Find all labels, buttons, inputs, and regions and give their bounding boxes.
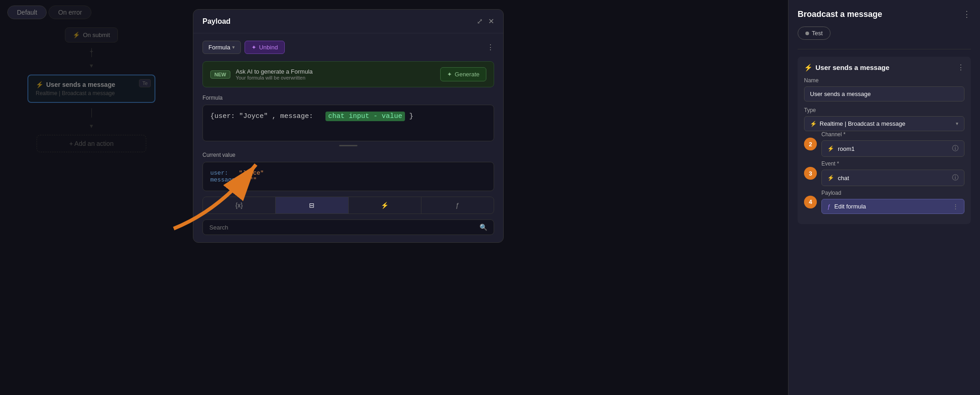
formula-suffix: }	[409, 112, 413, 120]
toolbar-database[interactable]: ⊟	[276, 197, 348, 214]
event-input[interactable]: ⚡ chat ⓘ	[821, 170, 964, 186]
search-input[interactable]	[209, 224, 476, 231]
event-row: 3 Event * ⚡ chat ⓘ	[804, 160, 964, 186]
type-select[interactable]: ⚡ Realtime | Broadcast a message ▾	[804, 116, 964, 131]
payload-menu-icon[interactable]: ⋮	[953, 203, 959, 210]
divider	[798, 49, 971, 49]
formula-dropdown[interactable]: Formula ▾	[202, 41, 241, 54]
unbind-sparkle-icon: ✦	[251, 44, 256, 51]
generate-label: Generate	[455, 71, 479, 78]
payload-label: Payload	[821, 190, 964, 196]
event-label: Event *	[821, 160, 964, 167]
formula-dropdown-label: Formula	[208, 44, 230, 51]
type-value: Realtime | Broadcast a message	[820, 120, 956, 127]
channel-input[interactable]: ⚡ room1 ⓘ	[821, 140, 964, 157]
sidebar-title: Broadcast a message	[798, 10, 882, 19]
payload-row: 4 Payload ƒ Edit formula ⋮	[804, 190, 964, 214]
ai-banner-left: NEW Ask AI to generate a Formula Your fo…	[210, 68, 313, 80]
ai-banner: NEW Ask AI to generate a Formula Your fo…	[202, 61, 494, 87]
formula-toolbar: Formula ▾ ✦ Unbind ⋮	[202, 41, 494, 54]
event-prefix-icon: ⚡	[827, 175, 834, 181]
name-value: User sends a message	[810, 91, 871, 97]
sparkle-icon: ✦	[447, 71, 452, 78]
test-dot	[805, 32, 809, 35]
formula-prefix: {user: "Joyce" , message:	[210, 112, 313, 120]
name-label: Name	[804, 77, 964, 84]
cv-val-1: "Joyce"	[239, 170, 264, 176]
type-lightning-icon: ⚡	[810, 121, 817, 127]
toolbar-functions[interactable]: ƒ	[421, 197, 494, 214]
cv-val-2: ""	[250, 176, 257, 183]
trigger-section: ⚡ User sends a message ⋮ Name User sends…	[798, 57, 971, 224]
modal-header-actions: ⤢ ✕	[477, 17, 494, 26]
sidebar-menu-icon[interactable]: ⋮	[963, 9, 971, 19]
toolbar-actions[interactable]: ⚡	[349, 197, 421, 214]
trigger-lightning-icon: ⚡	[804, 64, 813, 72]
payload-edit-label: Edit formula	[834, 203, 949, 210]
sidebar-header: Broadcast a message ⋮	[798, 9, 971, 19]
chevron-down-icon: ▾	[232, 44, 235, 50]
modal-header: Payload ⤢ ✕	[193, 10, 503, 33]
step-badge-4: 4	[804, 196, 817, 208]
generate-button[interactable]: ✦ Generate	[440, 67, 486, 81]
ai-title: Ask AI to generate a Formula	[236, 68, 313, 75]
trigger-title-text: User sends a message	[815, 64, 889, 71]
type-label: Type	[804, 107, 964, 113]
event-value: chat	[838, 175, 948, 181]
toolbar-menu-icon[interactable]: ⋮	[487, 43, 494, 52]
current-value-box: user: "Joyce" message: ""	[202, 162, 494, 191]
expand-button[interactable]: ⤢	[477, 17, 483, 26]
payload-edit-button[interactable]: ƒ Edit formula ⋮	[821, 199, 964, 214]
test-button-label: Test	[812, 30, 823, 37]
trigger-title: ⚡ User sends a message	[804, 64, 889, 72]
step-badge-2: 2	[804, 138, 817, 150]
channel-help-icon[interactable]: ⓘ	[952, 144, 959, 153]
event-help-icon[interactable]: ⓘ	[952, 174, 959, 182]
scroll-indicator	[339, 145, 357, 146]
trigger-menu-icon[interactable]: ⋮	[957, 63, 964, 72]
modal-title: Payload	[202, 17, 230, 26]
bottom-toolbar: {x} ⊟ ⚡ ƒ	[202, 197, 494, 214]
formula-space	[317, 112, 321, 120]
toolbar-variables[interactable]: {x}	[203, 197, 276, 214]
formula-editor[interactable]: {user: "Joyce" , message: chat input - v…	[202, 105, 494, 141]
current-value-label: Current value	[202, 152, 494, 158]
payload-modal: Payload ⤢ ✕ Formula ▾ ✦ Unbind	[193, 9, 504, 243]
ai-subtitle: Your formula will be overwritten	[236, 75, 313, 80]
type-chevron-icon: ▾	[956, 121, 959, 127]
canvas-area: Default On error ⚡ On submit + ▼ ⚡ User …	[0, 0, 788, 395]
cv-key-1: user:	[210, 170, 228, 176]
formula-label: Formula	[202, 95, 494, 101]
formula-highlight: chat input - value	[325, 112, 405, 121]
right-sidebar: Broadcast a message ⋮ Test ⚡ User sends …	[788, 0, 980, 395]
payload-func-icon: ƒ	[827, 203, 831, 210]
search-icon: 🔍	[479, 224, 487, 231]
test-button[interactable]: Test	[798, 27, 831, 40]
channel-value: room1	[838, 145, 948, 152]
new-badge: NEW	[210, 70, 230, 79]
trigger-header: ⚡ User sends a message ⋮	[804, 63, 964, 72]
search-bar: 🔍	[202, 219, 494, 235]
unbind-button[interactable]: ✦ Unbind	[245, 41, 285, 54]
channel-prefix-icon: ⚡	[827, 145, 834, 152]
modal-overlay: Payload ⤢ ✕ Formula ▾ ✦ Unbind	[0, 0, 788, 395]
cv-key-2: message:	[210, 176, 239, 183]
close-button[interactable]: ✕	[488, 17, 494, 26]
step-badge-3: 3	[804, 167, 817, 180]
modal-body: Formula ▾ ✦ Unbind ⋮ NEW Ask AI to gener…	[193, 33, 503, 242]
channel-label: Channel *	[821, 131, 964, 138]
unbind-label: Unbind	[259, 44, 278, 51]
channel-row: 2 Channel * ⚡ room1 ⓘ	[804, 131, 964, 157]
name-input[interactable]: User sends a message	[804, 86, 964, 101]
